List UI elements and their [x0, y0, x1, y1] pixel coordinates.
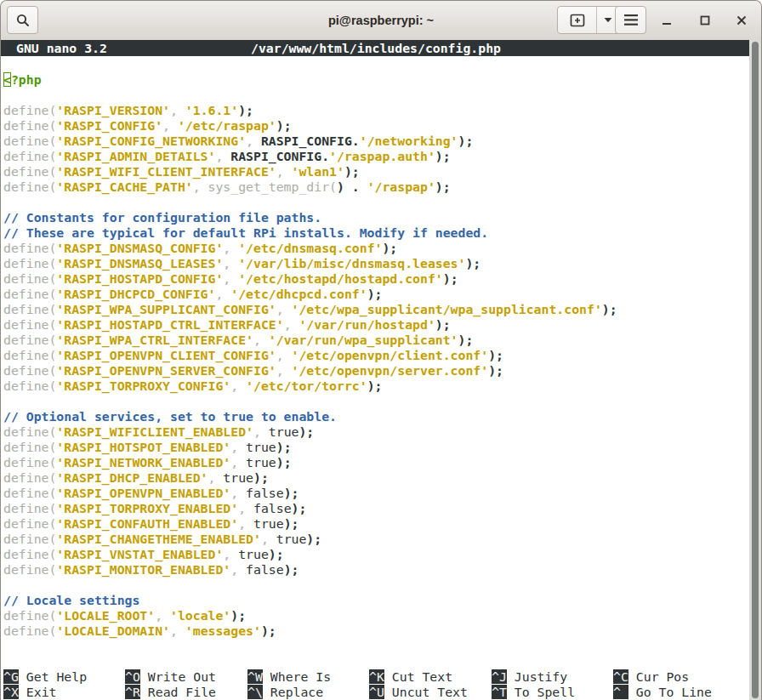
code-token: 'LOCALE_DOMAIN': [56, 623, 170, 638]
code-token: ,: [155, 608, 170, 623]
code-token: 'RASPI_HOTSPOT_ENABLED': [56, 440, 230, 454]
code-token: 'RASPI_CONFIG': [56, 118, 162, 133]
code-token: );: [261, 623, 276, 638]
code-token: '/var/run/wpa_supplicant': [269, 333, 458, 347]
code-line: define('RASPI_OPENVPN_SERVER_CONFIG', '/…: [3, 363, 751, 378]
code-token: ,: [253, 333, 269, 347]
code-line: [3, 394, 751, 409]
code-token: );: [284, 562, 299, 577]
code-token: ?php: [11, 72, 42, 87]
shortcut-where-is: ^WWhere Is: [247, 669, 331, 685]
code-token: RASPI_CONFIG.: [261, 134, 360, 148]
code-token: '/etc/raspap': [178, 118, 276, 133]
shortcut-label: Read File: [148, 685, 216, 699]
code-token: );: [238, 103, 253, 117]
code-token: 'RASPI_DNSMASQ_LEASES': [56, 256, 223, 270]
code-token: ,: [238, 501, 253, 515]
code-token: 'RASPI_WIFICLIENT_ENABLED': [56, 424, 253, 439]
code-token: ,: [230, 440, 246, 454]
code-token: );: [276, 440, 292, 454]
code-line: define('RASPI_CONFIG', '/etc/raspap');: [3, 118, 751, 134]
code-token: );: [269, 547, 284, 561]
minimize-icon: [662, 15, 672, 26]
code-token: true: [246, 455, 276, 470]
code-line: define('RASPI_WPA_CTRL_INTERFACE', '/var…: [3, 333, 751, 348]
code-token: '/etc/wpa_supplicant/wpa_supplicant.conf…: [292, 302, 602, 316]
code-token: '/etc/hostapd/hostapd.conf': [238, 271, 443, 286]
shortcut-label: To Spell: [515, 685, 575, 699]
shortcut-label: Justify: [515, 669, 567, 684]
code-token: );: [382, 241, 397, 255]
code-token: 'RASPI_DHCPCD_CONFIG': [56, 287, 215, 301]
code-token: '/etc/dhcpcd.conf': [230, 287, 367, 301]
code-token: define(: [3, 241, 56, 255]
code-token: ,: [276, 164, 292, 179]
code-line: define('RASPI_DHCPCD_CONFIG', '/etc/dhcp…: [3, 287, 751, 302]
code-token: );: [367, 378, 383, 393]
shortcut-write-out: ^OWrite Out: [125, 669, 216, 685]
code-token: 'RASPI_OPENVPN_CLIENT_CONFIG': [56, 348, 276, 362]
code-token: define(: [3, 179, 56, 194]
maximize-button[interactable]: [692, 1, 718, 40]
code-token: );: [276, 118, 292, 133]
minimize-button[interactable]: [654, 1, 680, 40]
code-line: define('RASPI_NETWORK_ENABLED', true);: [3, 455, 751, 470]
close-button[interactable]: [729, 1, 754, 40]
code-line: [3, 195, 751, 210]
code-token: 'RASPI_ADMIN_DETAILS': [56, 149, 215, 163]
code-token: '1.6.1': [185, 103, 238, 117]
window-headerbar: pi@raspberrypi: ~: [1, 1, 761, 41]
code-token: define(: [3, 623, 56, 638]
code-token: true: [238, 547, 269, 561]
code-line: define('RASPI_TORPROXY_CONFIG', '/etc/to…: [3, 378, 751, 394]
nano-file-path: /var/www/html/includes/config.php: [1, 40, 751, 56]
code-line: define('RASPI_CONFIG_NETWORKING', RASPI_…: [3, 134, 751, 149]
code-line: define('RASPI_MONITOR_ENABLED', false);: [3, 562, 751, 578]
code-token: '/raspap.auth': [329, 149, 435, 163]
code-line: // These are typical for default RPi ins…: [3, 225, 751, 241]
code-token: // Locale settings: [3, 593, 139, 607]
shortcut-key: ^_: [613, 685, 628, 699]
code-token: ,: [238, 516, 253, 531]
menu-button[interactable]: [615, 6, 646, 34]
code-line: define('RASPI_CACHE_PATH', sys_get_temp_…: [3, 179, 751, 195]
code-token: 'RASPI_HOSTAPD_CONFIG': [56, 271, 223, 286]
code-token: 'RASPI_MONITOR_ENABLED': [56, 562, 230, 577]
code-token: ,: [215, 287, 230, 301]
code-token: define(: [3, 302, 56, 316]
code-token: '/networking': [360, 134, 458, 148]
search-button[interactable]: [7, 6, 38, 34]
code-line: define('RASPI_OPENVPN_ENABLED', false);: [3, 486, 751, 501]
code-token: ,: [230, 562, 246, 577]
code-token: define(: [3, 470, 56, 485]
code-line: define('LOCALE_DOMAIN', 'messages');: [3, 623, 751, 639]
shortcut-read-file: ^RRead File: [125, 685, 216, 700]
search-icon: [15, 13, 31, 28]
code-token: ,: [284, 317, 299, 332]
code-token: true: [276, 532, 307, 546]
code-token: );: [284, 486, 299, 500]
code-token: 'wlan1': [292, 164, 344, 179]
code-token: );: [367, 287, 383, 301]
code-token: define(: [3, 486, 56, 500]
code-line: define('RASPI_WIFICLIENT_ENABLED', true)…: [3, 424, 751, 440]
shortcut-go-to-line: ^_Go To Line: [613, 685, 712, 700]
code-token: ) .: [337, 179, 367, 194]
code-token: false: [246, 562, 284, 577]
shortcut-label: Cut Text: [392, 669, 452, 684]
code-token: RASPI_CONFIG.: [230, 149, 329, 163]
code-token: define(: [3, 440, 56, 454]
code-token: ,: [170, 623, 185, 638]
shortcut-exit: ^XExit: [3, 685, 56, 700]
scrollbar-track[interactable]: [749, 40, 761, 700]
new-tab-button[interactable]: [558, 7, 596, 33]
code-token: ,: [261, 532, 276, 546]
shortcut-label: Get Help: [26, 669, 87, 684]
code-token: );: [435, 179, 451, 194]
editor-area[interactable]: <?php define('RASPI_VERSION', '1.6.1');d…: [3, 57, 751, 639]
scrollbar-thumb[interactable]: [752, 42, 759, 698]
code-token: // Optional services, set to true to ena…: [3, 409, 337, 424]
shortcut-replace: ^\Replace: [247, 685, 323, 700]
text-cursor: <: [3, 72, 11, 87]
code-line: // Optional services, set to true to ena…: [3, 409, 751, 424]
